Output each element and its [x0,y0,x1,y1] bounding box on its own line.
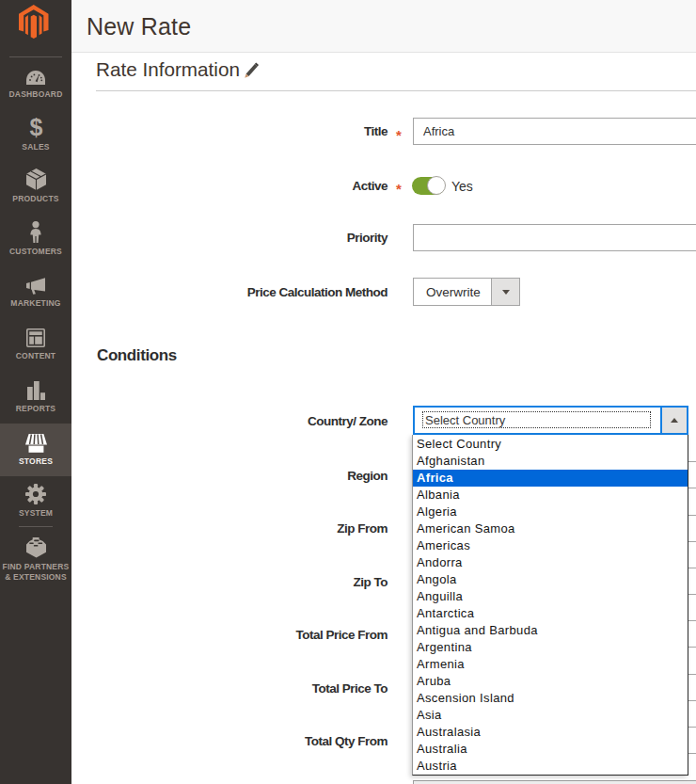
svg-text:$: $ [29,115,42,138]
